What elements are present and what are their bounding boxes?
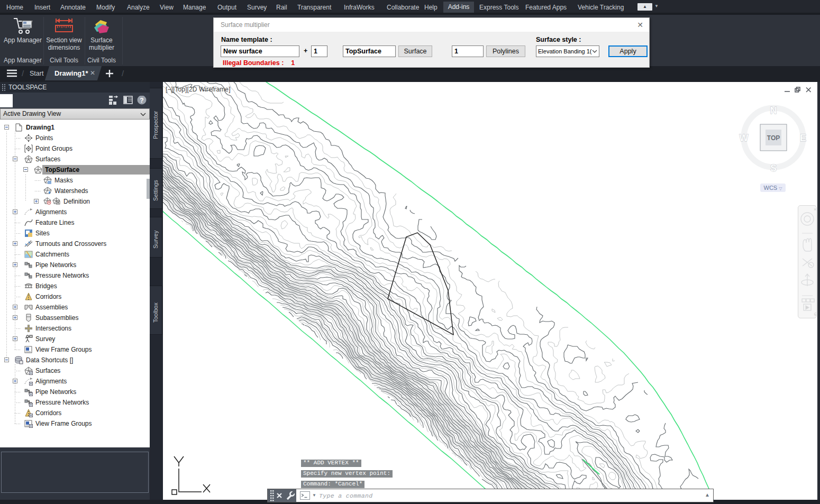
svg-text:?: ? [140, 97, 143, 104]
svg-text:×: × [814, 207, 816, 212]
svg-text:TOP: TOP [767, 134, 780, 142]
svg-text:E: E [800, 133, 806, 143]
svg-text:⊖: ⊖ [814, 311, 816, 317]
svg-text:S: S [770, 163, 777, 173]
svg-text:N: N [770, 105, 777, 116]
svg-text:W: W [740, 133, 749, 143]
